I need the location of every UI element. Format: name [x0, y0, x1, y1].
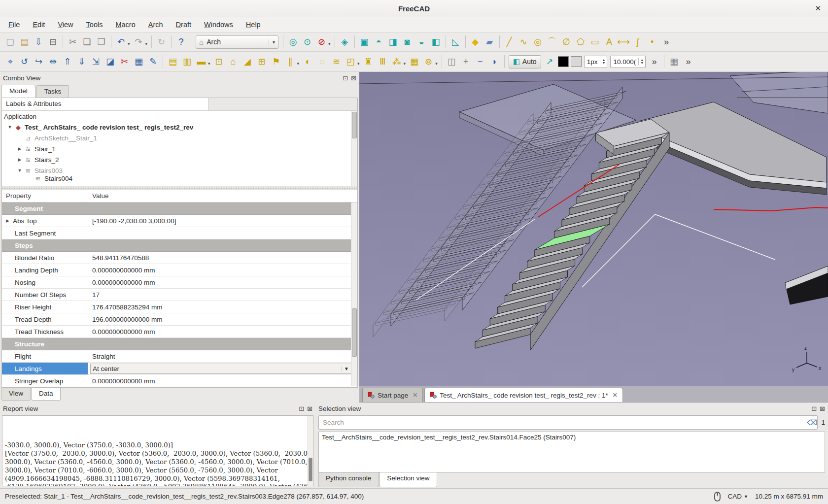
selection-list-item[interactable]: Test__ArchStairs__code_revision_test__re… — [322, 434, 822, 443]
property-value[interactable]: 0.000000000000 mm — [92, 279, 155, 286]
toolbar-item[interactable] — [332, 35, 338, 48]
line-width-spinner[interactable]: 1px ▲▼ — [583, 56, 609, 68]
arch-add-icon[interactable]: + — [459, 55, 473, 68]
view-right-icon[interactable]: ◨ — [386, 35, 400, 49]
tree-item[interactable]: ⊿ ArchSketch__Stair_1 — [2, 133, 357, 143]
group-icon[interactable]: ▰ — [483, 35, 497, 49]
fit-all-icon[interactable]: ◎ — [286, 35, 300, 49]
tree-expander-icon[interactable]: ▶ — [16, 157, 24, 162]
property-value[interactable]: 196.000000000000 mm — [92, 316, 163, 323]
paste-icon[interactable]: ❒ — [94, 35, 108, 49]
draft-rotate-icon[interactable]: ↺ — [17, 55, 32, 68]
property-row[interactable]: Tread Thickness 0.000000000000 mm — [2, 326, 357, 338]
bottom-panel-tab[interactable]: Python console — [318, 472, 379, 487]
menu-item[interactable]: Windows — [198, 19, 240, 31]
arch-cutplane-icon[interactable]: ◫ — [445, 55, 459, 68]
draft-bspline-icon[interactable]: ʃ — [631, 35, 645, 49]
property-value[interactable]: 17 — [92, 291, 100, 299]
measure-icon[interactable]: ◺ — [448, 35, 463, 49]
property-row[interactable]: Stringer Overlap 0.000000000000 mm — [2, 375, 357, 387]
undo-icon[interactable]: ↶ ▾ — [114, 35, 132, 49]
menu-item[interactable]: Tools — [80, 19, 109, 31]
construction-mode-icon[interactable]: ↗ — [543, 55, 557, 68]
dropdown-caret-icon[interactable]: ▾ — [128, 41, 130, 46]
property-row[interactable]: Blondel Ratio 548.941176470588 — [2, 252, 357, 264]
toolbar-item[interactable] — [149, 35, 154, 48]
property-row[interactable]: Tread Depth 196.000000000000 mm — [2, 313, 357, 326]
arch-curtain-wall-icon[interactable]: ▬ ▾ — [194, 55, 212, 68]
arch-remove-icon[interactable]: − — [473, 55, 487, 68]
draft-trimex-icon[interactable]: ✂ — [117, 55, 132, 68]
search-input[interactable] — [318, 415, 818, 430]
open-folder-icon[interactable]: ▤ — [17, 35, 32, 49]
float-panel-icon[interactable]: ⊡ — [811, 405, 817, 412]
clipping-plane-icon[interactable]: ⊘ ▾ — [314, 35, 332, 49]
property-row[interactable]: Nosing 0.000000000000 mm — [2, 276, 357, 289]
dropdown-caret-icon[interactable]: ▾ — [435, 61, 438, 66]
view-front-icon[interactable]: ▣ — [357, 35, 372, 49]
grid-overflow-icon[interactable]: » — [681, 55, 695, 68]
arch-grid-icon[interactable]: ⊞ — [255, 55, 269, 68]
arch-axis-icon[interactable]: ◐ — [301, 55, 315, 68]
arch-survey-icon[interactable]: ◗ — [487, 55, 502, 68]
combo-tab[interactable]: Model — [1, 85, 35, 98]
toolbar-item[interactable] — [160, 55, 166, 68]
draft-edit-icon[interactable]: ◪ — [103, 55, 117, 68]
spinner-arrows[interactable]: ▲▼ — [638, 58, 645, 66]
view-axonometric-icon[interactable]: ◈ — [338, 35, 352, 49]
dropdown-caret-icon[interactable]: ▾ — [357, 61, 360, 66]
draft-text-icon[interactable]: A — [602, 35, 617, 49]
arch-material-icon[interactable]: ⁂ ▾ — [390, 55, 408, 68]
clear-search-icon[interactable]: ⌫ — [807, 418, 817, 427]
draft-upgrade-icon[interactable]: ⇑ — [60, 55, 74, 68]
arch-site-icon[interactable]: ◌ — [315, 55, 329, 68]
property-row[interactable]: Number Of Steps 17 — [2, 289, 357, 301]
close-panel-icon[interactable]: ⊠ — [820, 405, 825, 412]
arch-space-icon[interactable]: ⚑ — [269, 55, 283, 68]
arch-profile-icon[interactable]: Ⅲ — [376, 55, 390, 68]
property-value[interactable]: 176.470588235294 mm — [92, 303, 163, 311]
toolbar-item[interactable] — [502, 55, 507, 68]
arch-equipment-icon[interactable]: ♜ — [361, 55, 376, 68]
menu-item[interactable]: Help — [240, 19, 267, 31]
draft-move-icon[interactable]: ⌖ — [3, 55, 17, 68]
workbench-selector[interactable]: ⌂ Arch ▾ — [194, 35, 280, 49]
print-icon[interactable]: ⊟ — [46, 35, 60, 49]
combo-tab[interactable]: Tasks — [36, 85, 69, 98]
tray-overflow-icon[interactable]: » — [647, 55, 661, 68]
scale-spinner[interactable]: 10.000( ▲▼ — [609, 56, 647, 68]
arch-rebar-icon[interactable]: ∥ ▾ — [283, 55, 301, 68]
toolbar-overflow-icon[interactable]: » — [659, 35, 674, 49]
view-left-icon[interactable]: ◧ — [429, 35, 443, 49]
draft-polygon-icon[interactable]: ⬠ — [574, 35, 588, 49]
bottom-panel-tab[interactable]: Selection view — [380, 472, 437, 487]
new-document-icon[interactable]: ▢ — [3, 35, 17, 49]
toolbar-item[interactable] — [352, 35, 357, 48]
arch-schedule-icon[interactable]: ▦ — [407, 55, 421, 68]
draft-rectangle-icon[interactable]: ▭ — [588, 35, 602, 49]
tree-expander-icon[interactable]: ▶ — [16, 146, 24, 151]
property-row[interactable]: Landing Depth 0.000000000000 mm — [2, 264, 357, 276]
toolbar-item[interactable] — [443, 35, 448, 48]
property-row[interactable]: Landings At center ▼ — [2, 363, 357, 375]
view-data-tab[interactable]: Data — [32, 388, 61, 401]
menu-item[interactable]: File — [2, 19, 26, 31]
property-value[interactable]: [-190.00 -2,030.00 3,000.00] — [92, 217, 176, 225]
toolbar-item[interactable] — [108, 35, 114, 48]
menu-item[interactable]: Arch — [142, 19, 170, 31]
dropdown-caret-icon[interactable]: ▾ — [404, 61, 406, 66]
whats-this-icon[interactable]: ? — [174, 35, 188, 49]
labels-attributes-header[interactable]: Labels & Attributes — [2, 98, 208, 110]
tree-item[interactable]: ≋ Stairs004 — [2, 176, 357, 181]
float-panel-icon[interactable]: ⊡ — [343, 74, 348, 82]
property-row[interactable]: Riser Height 176.470588235294 mm — [2, 301, 357, 313]
tree-expander-icon[interactable]: ▼ — [16, 168, 24, 173]
combobox-caret-icon[interactable]: ▼ — [342, 366, 351, 371]
toolbar-item[interactable] — [661, 55, 667, 68]
3d-viewport[interactable]: z x y — [359, 72, 828, 386]
close-panel-icon[interactable]: ⊠ — [307, 405, 312, 412]
menu-item[interactable]: Draft — [170, 19, 198, 31]
grid-toggle-icon[interactable]: ▦ — [667, 55, 681, 68]
draft-line-icon[interactable]: ╱ — [502, 35, 517, 49]
dropdown-caret-icon[interactable]: ▾ — [328, 41, 331, 46]
